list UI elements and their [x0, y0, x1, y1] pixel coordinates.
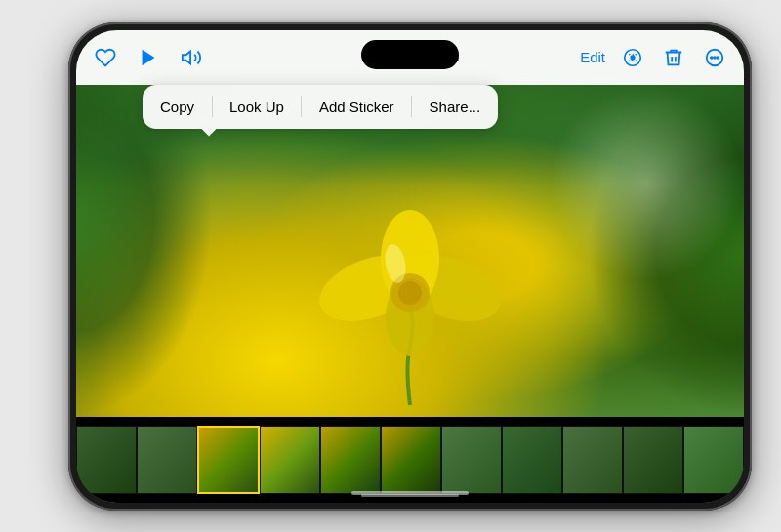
film-thumb-10[interactable] [623, 426, 683, 494]
top-bar-left [92, 44, 304, 71]
film-thumb-11[interactable] [683, 426, 744, 494]
film-thumb-2[interactable] [137, 426, 197, 494]
film-thumb-1[interactable] [76, 426, 137, 494]
phone-screen: Yesterday 1:44 PM Edit [76, 30, 744, 503]
context-menu-copy[interactable]: Copy [143, 89, 212, 125]
svg-point-5 [398, 281, 422, 305]
dynamic-island [361, 40, 459, 69]
more-button[interactable] [701, 44, 728, 71]
context-menu: Copy Look Up Add Sticker Share... [143, 85, 498, 129]
play-button[interactable] [135, 44, 162, 71]
trash-button[interactable] [660, 44, 687, 71]
volume-button[interactable] [178, 44, 205, 71]
magic-button[interactable] [619, 44, 646, 71]
edit-button[interactable]: Edit [580, 49, 605, 65]
film-thumb-4[interactable] [260, 426, 320, 494]
home-indicator [351, 491, 469, 495]
svg-point-14 [717, 57, 719, 59]
context-menu-look-up[interactable]: Look Up [212, 89, 302, 125]
svg-marker-7 [143, 49, 155, 65]
flower [312, 190, 508, 405]
svg-marker-8 [183, 51, 190, 63]
svg-point-10 [631, 56, 635, 60]
top-bar-right: Edit [516, 44, 728, 71]
context-menu-share[interactable]: Share... [412, 89, 499, 125]
favorite-button[interactable] [92, 44, 119, 71]
film-strip-inner [76, 426, 744, 494]
phone-frame: Yesterday 1:44 PM Edit [68, 22, 752, 511]
film-thumb-5[interactable] [320, 426, 381, 494]
context-menu-add-sticker[interactable]: Add Sticker [302, 89, 412, 125]
film-thumb-7[interactable] [441, 426, 502, 494]
svg-point-13 [714, 57, 716, 59]
film-thumb-8[interactable] [502, 426, 562, 494]
film-thumb-3[interactable] [197, 426, 260, 494]
film-thumb-6[interactable] [381, 426, 441, 494]
svg-point-12 [711, 57, 713, 59]
phone-container: Yesterday 1:44 PM Edit [10, 8, 771, 525]
film-strip [76, 417, 744, 503]
film-thumb-9[interactable] [562, 426, 623, 494]
